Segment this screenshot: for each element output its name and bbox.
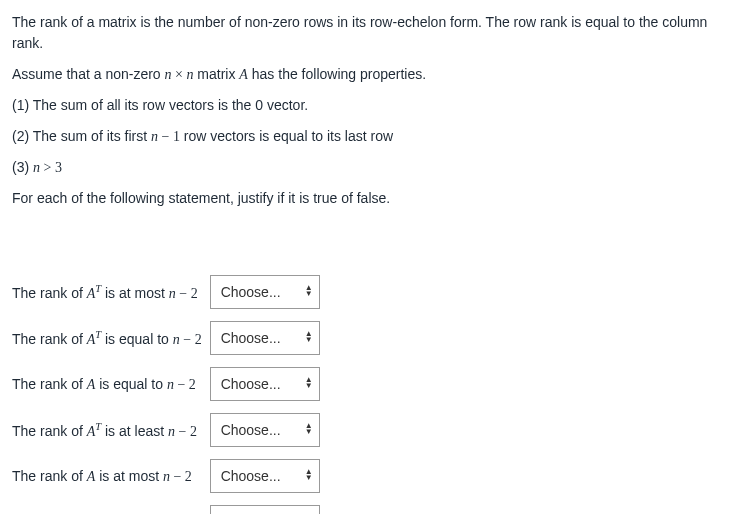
text: The rank of: [12, 468, 87, 484]
instruction: For each of the following statement, jus…: [12, 188, 718, 209]
math-three: 3: [55, 160, 62, 175]
intro-paragraph-2: Assume that a non-zero n × n matrix A ha…: [12, 64, 718, 85]
text: The rank of: [12, 422, 87, 438]
sort-arrows-icon: ▲▼: [305, 332, 313, 344]
property-2: (2) The sum of its first n − 1 row vecto…: [12, 126, 718, 147]
math-one: 1: [173, 129, 180, 144]
math-A: A: [239, 67, 248, 82]
dropdown-placeholder: Choose...: [221, 330, 281, 346]
text: (2) The sum of its first: [12, 128, 151, 144]
sort-arrows-icon: ▲▼: [305, 286, 313, 298]
text: row vectors is equal to its last row: [180, 128, 393, 144]
math-n: n: [173, 331, 180, 346]
choice-dropdown-4[interactable]: Choose... ▲▼: [210, 413, 320, 447]
statement-4: The rank of AT is at least n − 2: [12, 407, 210, 453]
text: (3): [12, 159, 33, 175]
math-minus: −: [158, 129, 173, 144]
math-two: 2: [185, 469, 192, 484]
text: is at least: [101, 422, 168, 438]
text: is at most: [95, 468, 163, 484]
math-n: n: [167, 377, 174, 392]
text: The rank of: [12, 376, 87, 392]
intro-paragraph-1: The rank of a matrix is the number of no…: [12, 12, 718, 54]
table-row: The rank of AT is equal to n − 2 Choose.…: [12, 315, 328, 361]
property-1: (1) The sum of all its row vectors is th…: [12, 95, 718, 116]
dropdown-placeholder: Choose...: [221, 468, 281, 484]
dropdown-placeholder: Choose...: [221, 422, 281, 438]
math-minus: −: [176, 285, 191, 300]
statement-6: The rank of A is at least n − 2: [12, 499, 210, 514]
math-two: 2: [190, 423, 197, 438]
math-A: A: [87, 331, 96, 346]
table-row: The rank of AT is at least n − 2 Choose.…: [12, 407, 328, 453]
choice-dropdown-6[interactable]: Choose... ▲▼: [210, 505, 320, 514]
text: The rank of: [12, 284, 87, 300]
sort-arrows-icon: ▲▼: [305, 378, 313, 390]
math-times: ×: [172, 67, 187, 82]
math-n: n: [168, 423, 175, 438]
text: matrix: [193, 66, 239, 82]
dropdown-placeholder: Choose...: [221, 284, 281, 300]
statement-5: The rank of A is at most n − 2: [12, 453, 210, 499]
sort-arrows-icon: ▲▼: [305, 424, 313, 436]
choice-dropdown-5[interactable]: Choose... ▲▼: [210, 459, 320, 493]
math-minus: −: [175, 423, 190, 438]
table-row: The rank of A is at least n − 2 Choose..…: [12, 499, 328, 514]
math-minus: −: [174, 377, 189, 392]
table-row: The rank of A is equal to n − 2 Choose..…: [12, 361, 328, 407]
answer-table: The rank of AT is at most n − 2 Choose..…: [12, 269, 328, 514]
math-minus: −: [170, 469, 185, 484]
math-A: A: [87, 377, 96, 392]
math-n: n: [165, 67, 172, 82]
math-n: n: [169, 285, 176, 300]
choice-dropdown-2[interactable]: Choose... ▲▼: [210, 321, 320, 355]
table-row: The rank of A is at most n − 2 Choose...…: [12, 453, 328, 499]
math-A: A: [87, 469, 96, 484]
sort-arrows-icon: ▲▼: [305, 470, 313, 482]
statement-2: The rank of AT is equal to n − 2: [12, 315, 210, 361]
math-A: A: [87, 423, 96, 438]
choice-dropdown-1[interactable]: Choose... ▲▼: [210, 275, 320, 309]
dropdown-placeholder: Choose...: [221, 376, 281, 392]
text: is equal to: [95, 376, 167, 392]
math-minus: −: [180, 331, 195, 346]
math-two: 2: [189, 377, 196, 392]
math-gt: >: [40, 160, 55, 175]
math-A: A: [87, 285, 96, 300]
text: has the following properties.: [248, 66, 426, 82]
text: is at most: [101, 284, 169, 300]
math-n: n: [33, 160, 40, 175]
table-row: The rank of AT is at most n − 2 Choose..…: [12, 269, 328, 315]
text: The rank of: [12, 330, 87, 346]
math-n: n: [151, 129, 158, 144]
statement-3: The rank of A is equal to n − 2: [12, 361, 210, 407]
statement-1: The rank of AT is at most n − 2: [12, 269, 210, 315]
math-two: 2: [191, 285, 198, 300]
math-n: n: [163, 469, 170, 484]
property-3: (3) n > 3: [12, 157, 718, 178]
text: Assume that a non-zero: [12, 66, 165, 82]
choice-dropdown-3[interactable]: Choose... ▲▼: [210, 367, 320, 401]
math-two: 2: [195, 331, 202, 346]
text: is equal to: [101, 330, 173, 346]
